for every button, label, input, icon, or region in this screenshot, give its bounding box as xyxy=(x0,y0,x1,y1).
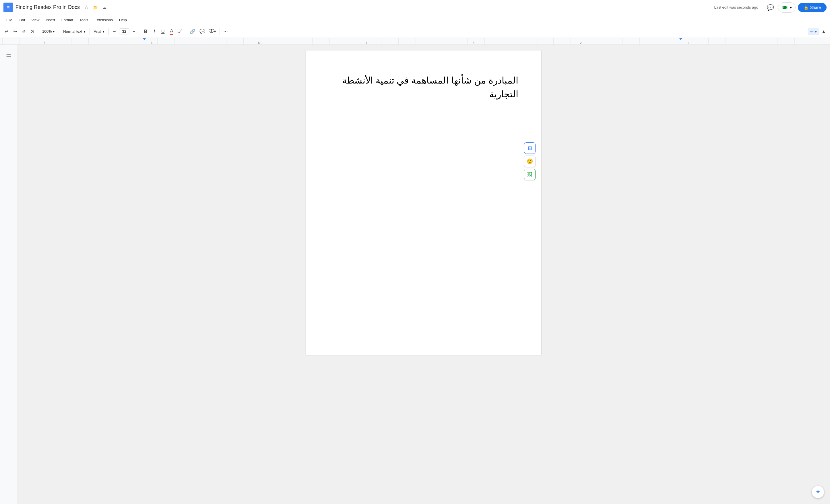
insert-comment-button[interactable]: 💬 xyxy=(198,27,207,36)
doc-title: Finding Readex Pro in Docs xyxy=(15,4,80,10)
svg-marker-1 xyxy=(786,6,787,9)
highlight-button[interactable]: 🖊 xyxy=(176,28,184,36)
ruler-tick-6: 6 xyxy=(151,41,153,44)
main-area: ☰ المبادرة من شأنها المساهمة في تنمية ال… xyxy=(0,45,830,504)
document-page[interactable]: المبادرة من شأنها المساهمة في تنمية الأن… xyxy=(306,51,541,355)
insert-comment-icon: 💬 xyxy=(199,29,205,34)
link-button[interactable]: 🔗 xyxy=(188,27,197,36)
italic-button[interactable]: I xyxy=(150,28,158,36)
star-icon: ☆ xyxy=(84,5,88,10)
comment-icon: 💬 xyxy=(767,4,774,11)
bold-icon: B xyxy=(144,29,148,34)
move-to-folder-button[interactable]: 📁 xyxy=(92,4,99,11)
separator-1 xyxy=(38,28,38,35)
zoom-chevron: ▾ xyxy=(53,29,55,34)
editing-mode-button[interactable]: ✏ ▾ xyxy=(808,28,819,35)
right-float-toolbar: ⊞ 🙂 🖼 xyxy=(524,143,536,180)
print-button[interactable]: 🖨 xyxy=(20,28,28,36)
ruler-tab-stop-left xyxy=(142,38,146,40)
menu-format[interactable]: Format xyxy=(59,17,76,23)
add-comment-float-icon: ⊞ xyxy=(528,145,532,151)
menu-file[interactable]: File xyxy=(3,17,15,23)
more-options-button[interactable]: ⋯ xyxy=(222,27,230,36)
style-dropdown[interactable]: Normal text ▾ xyxy=(61,28,88,35)
undo-button[interactable]: ↩ xyxy=(2,27,10,36)
ai-assistant-button[interactable]: ✦ xyxy=(811,485,824,498)
more-icon: ⋯ xyxy=(223,29,228,34)
title-bar: ≡ Finding Readex Pro in Docs ☆ 📁 ☁ Last … xyxy=(0,0,830,15)
underline-button[interactable]: U xyxy=(159,28,167,36)
style-chevron: ▾ xyxy=(84,29,86,34)
insert-image-icon: 🖼 xyxy=(209,29,214,34)
insert-image-chevron: ▾ xyxy=(214,29,216,34)
left-sidebar: ☰ xyxy=(0,45,17,504)
ruler-tick-4: 4 xyxy=(365,41,367,44)
star-button[interactable]: ☆ xyxy=(83,3,90,11)
style-label: Normal text xyxy=(63,29,82,34)
ai-icon: ✦ xyxy=(816,488,821,496)
document-content[interactable]: المبادرة من شأنها المساهمة في تنمية الأن… xyxy=(329,73,518,101)
font-size-increase-button[interactable]: + xyxy=(130,28,138,36)
toolbar: ↩ ↪ 🖨 ⊘ 100% ▾ Normal text ▾ Arial ▾ − +… xyxy=(0,25,830,38)
svg-rect-2 xyxy=(783,6,785,8)
lock-icon: 🔒 xyxy=(804,5,808,10)
meet-chevron: ▾ xyxy=(790,5,792,10)
suggest-image-float-icon: 🖼 xyxy=(527,171,532,178)
collapse-icon: ▲ xyxy=(821,29,826,34)
bold-button[interactable]: B xyxy=(142,28,150,36)
emoji-float-icon: 🙂 xyxy=(526,158,533,164)
folder-icon: 📁 xyxy=(93,5,98,10)
add-comment-float-button[interactable]: ⊞ xyxy=(524,143,536,154)
separator-6 xyxy=(186,28,186,35)
ruler-inner: 7 6 5 4 3 2 1 xyxy=(2,38,828,44)
emoji-float-button[interactable]: 🙂 xyxy=(524,156,536,167)
cloud-icon: ☁ xyxy=(102,5,106,10)
separator-2 xyxy=(59,28,59,35)
outline-button[interactable]: ☰ xyxy=(4,51,13,62)
paint-format-icon: ⊘ xyxy=(30,29,34,34)
link-icon: 🔗 xyxy=(190,29,195,34)
comments-button[interactable]: 💬 xyxy=(765,2,776,12)
highlight-icon: 🖊 xyxy=(178,29,183,34)
paint-format-button[interactable]: ⊘ xyxy=(28,27,36,36)
menu-view[interactable]: View xyxy=(28,17,42,23)
ruler-tick-7: 7 xyxy=(44,41,45,44)
menu-extensions[interactable]: Extensions xyxy=(92,17,116,23)
app-icon[interactable]: ≡ xyxy=(3,3,13,12)
pencil-chevron: ▾ xyxy=(815,29,817,34)
menu-help[interactable]: Help xyxy=(116,17,130,23)
zoom-dropdown[interactable]: 100% ▾ xyxy=(40,28,57,35)
text-color-button[interactable]: A xyxy=(168,27,175,36)
font-size-decrease-button[interactable]: − xyxy=(110,28,119,36)
share-button[interactable]: 🔒 Share xyxy=(798,3,827,12)
font-label: Arial xyxy=(94,29,101,34)
suggest-image-float-button[interactable]: 🖼 xyxy=(524,169,536,180)
redo-button[interactable]: ↪ xyxy=(11,27,19,36)
menu-insert[interactable]: Insert xyxy=(43,17,58,23)
menu-edit[interactable]: Edit xyxy=(16,17,28,23)
meet-icon xyxy=(782,4,788,11)
insert-image-button[interactable]: 🖼 ▾ xyxy=(208,27,218,36)
header-right: 💬 ▾ 🔒 Share xyxy=(765,2,827,12)
italic-icon: I xyxy=(154,29,155,34)
meet-button[interactable]: ▾ xyxy=(778,2,796,12)
cloud-save-button[interactable]: ☁ xyxy=(101,4,108,11)
menu-tools[interactable]: Tools xyxy=(76,17,91,23)
document-area[interactable]: المبادرة من شأنها المساهمة في تنمية الأن… xyxy=(17,45,830,504)
ruler-tick-2: 2 xyxy=(580,41,582,44)
zoom-value: 100% xyxy=(42,29,52,34)
ruler: 7 6 5 4 3 2 1 xyxy=(0,38,830,45)
font-dropdown[interactable]: Arial ▾ xyxy=(92,28,107,35)
arabic-text-line2: التجارية xyxy=(489,89,518,99)
undo-icon: ↩ xyxy=(5,29,8,34)
ruler-tick-1: 1 xyxy=(688,41,689,44)
docs-icon: ≡ xyxy=(7,5,9,10)
print-icon: 🖨 xyxy=(21,29,26,34)
outline-icon: ☰ xyxy=(6,53,11,59)
collapse-toolbar-button[interactable]: ▲ xyxy=(820,28,828,36)
arabic-text-line1: المبادرة من شأنها المساهمة في تنمية الأن… xyxy=(342,75,518,86)
ruler-tick-5: 5 xyxy=(258,41,260,44)
last-edit-label[interactable]: Last edit was seconds ago xyxy=(714,5,758,9)
font-size-input[interactable] xyxy=(119,28,129,34)
share-label: Share xyxy=(810,5,821,10)
